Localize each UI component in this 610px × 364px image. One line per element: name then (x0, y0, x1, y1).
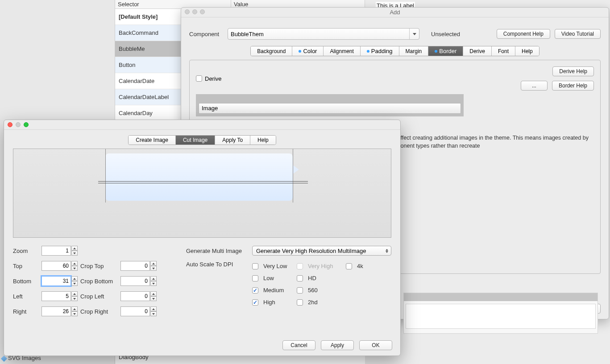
crop-right-label: Crop Right (80, 308, 120, 315)
zoom-input[interactable] (41, 246, 71, 256)
bottom-stepper[interactable] (71, 276, 78, 286)
top-input[interactable] (41, 261, 71, 271)
dot-icon (299, 50, 301, 53)
left-label: Left (13, 293, 41, 300)
add-title: Add (390, 9, 400, 16)
chevron-down-icon[interactable] (409, 29, 419, 39)
tab-color[interactable]: Color (292, 46, 324, 56)
dot-icon (367, 50, 369, 53)
tab-font[interactable]: Font (492, 46, 515, 56)
wizard-tabs: Create Image Cut Image Apply To Help (128, 135, 276, 145)
tab-margin[interactable]: Margin (399, 46, 429, 56)
right-input[interactable] (41, 306, 71, 316)
very-high-checkbox (297, 263, 303, 269)
crop-bottom-input[interactable] (120, 276, 150, 286)
crop-left-label: Crop Left (80, 293, 120, 300)
left-stepper[interactable] (71, 291, 78, 301)
very-low-checkbox[interactable] (252, 263, 258, 269)
crop-bottom-label: Crop Bottom (80, 278, 120, 285)
ellipsis-button[interactable]: ... (521, 81, 548, 91)
zoom-icon[interactable] (24, 122, 29, 127)
560-checkbox[interactable] (297, 287, 303, 294)
unselected-label: Unselected (431, 31, 460, 37)
crop-right-input[interactable] (120, 306, 150, 316)
diamond-icon (1, 356, 7, 362)
select-value: Generate Very High Resolution MultiImage (256, 248, 366, 254)
guide-line[interactable] (98, 181, 308, 182)
generate-multi-image-select[interactable]: Generate Very High Resolution MultiImage (252, 246, 391, 256)
zoom-stepper[interactable] (71, 246, 78, 256)
guide-line[interactable] (98, 183, 308, 183)
tab-create-image[interactable]: Create Image (129, 136, 176, 145)
2hd-checkbox[interactable] (297, 299, 303, 306)
updown-icon (386, 249, 388, 253)
component-value: BubbleThem (231, 31, 264, 37)
bottom-input[interactable] (41, 276, 71, 286)
derive-help-button[interactable]: Derive Help (552, 66, 594, 76)
crop-top-label: Crop Top (80, 263, 120, 269)
left-input[interactable] (41, 291, 71, 301)
guide-line[interactable] (105, 149, 106, 203)
generate-multi-image-label: Generate Multi Image (186, 248, 252, 254)
tab-help[interactable]: Help (250, 136, 276, 145)
crop-right-stepper[interactable] (150, 306, 157, 316)
ok-button[interactable]: OK (359, 340, 392, 350)
tab-apply-to[interactable]: Apply To (215, 136, 250, 145)
add-titlebar[interactable]: Add (181, 8, 609, 17)
bubble-shape (105, 153, 293, 201)
component-help-button[interactable]: Component Help (497, 29, 550, 39)
close-icon[interactable] (185, 9, 190, 14)
dot-icon (435, 50, 437, 53)
crop-bottom-stepper[interactable] (150, 276, 157, 286)
video-tutorial-button[interactable]: Video Tutorial (555, 29, 601, 39)
preview-strip (403, 293, 598, 334)
close-icon[interactable] (8, 122, 12, 127)
low-checkbox[interactable] (252, 275, 258, 281)
high-checkbox[interactable] (252, 299, 258, 306)
property-tabs: Background Color Alignment Padding Margi… (250, 46, 539, 56)
apply-button[interactable]: Apply (321, 340, 354, 350)
top-stepper[interactable] (71, 261, 78, 271)
top-label: Top (13, 263, 41, 269)
tab-border[interactable]: Border (428, 46, 463, 56)
crop-left-stepper[interactable] (150, 291, 157, 301)
right-label: Right (13, 308, 41, 315)
medium-checkbox[interactable] (252, 287, 258, 294)
auto-scale-label: Auto Scale To DPI (186, 261, 252, 268)
tab-cut-image[interactable]: Cut Image (176, 136, 215, 145)
bottom-label: Bottom (13, 278, 41, 285)
image-field-wrap: Image (196, 94, 464, 116)
derive-checkbox[interactable] (196, 75, 202, 82)
tab-alignment[interactable]: Alignment (324, 46, 360, 56)
crop-top-input[interactable] (120, 261, 150, 271)
dialog-titlebar[interactable] (4, 120, 400, 130)
hd-checkbox[interactable] (297, 275, 303, 281)
right-stepper[interactable] (71, 306, 78, 316)
minimize-icon[interactable] (192, 9, 197, 14)
derive-label: Derive (205, 75, 222, 82)
crop-left-input[interactable] (120, 291, 150, 301)
zoom-icon[interactable] (200, 9, 205, 14)
border-help-button[interactable]: Border Help (552, 81, 594, 91)
component-label: Component (189, 31, 228, 37)
cancel-button[interactable]: Cancel (282, 340, 315, 350)
minimize-icon[interactable] (16, 122, 21, 127)
component-combo[interactable]: BubbleThem (228, 28, 419, 40)
tab-help[interactable]: Help (515, 46, 539, 56)
guide-line[interactable] (293, 149, 293, 203)
tab-padding[interactable]: Padding (361, 46, 399, 56)
crop-top-stepper[interactable] (150, 261, 157, 271)
tab-background[interactable]: Background (251, 46, 292, 56)
image-preview[interactable] (13, 149, 391, 238)
bubble-tail (293, 165, 299, 174)
image-wizard-dialog: Create Image Cut Image Apply To Help Zoo… (4, 120, 401, 356)
zoom-label: Zoom (13, 248, 41, 254)
tab-derive[interactable]: Derive (463, 46, 492, 56)
4k-checkbox[interactable] (346, 263, 352, 269)
image-type-field[interactable]: Image (199, 103, 461, 114)
